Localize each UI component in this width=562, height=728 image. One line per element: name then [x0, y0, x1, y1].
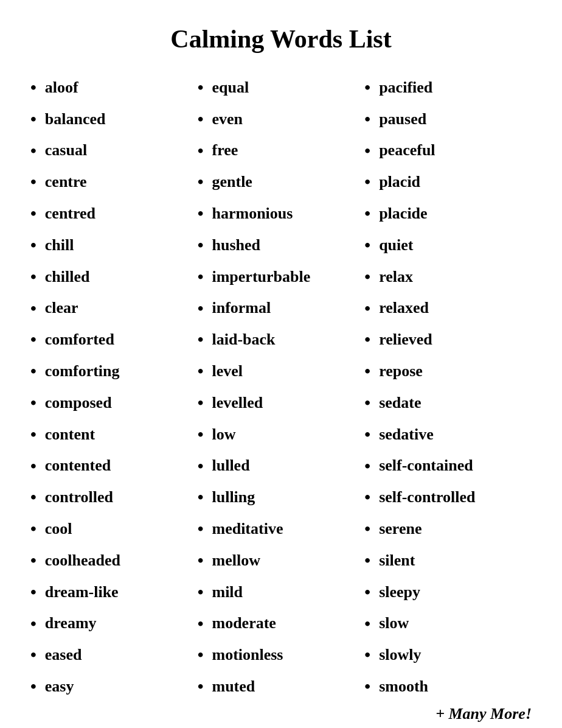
list-item: slowly: [364, 639, 532, 671]
list-item: contented: [30, 450, 198, 482]
list-item: serene: [364, 513, 532, 545]
word-list-col2: equalevenfreegentleharmonioushushedimper…: [198, 72, 365, 702]
column-2: equalevenfreegentleharmonioushushedimper…: [198, 72, 365, 702]
list-item: equal: [198, 72, 365, 103]
list-item: sedate: [364, 387, 532, 419]
list-item: lulled: [198, 450, 365, 482]
list-item: relieved: [364, 324, 532, 355]
list-item: moderate: [198, 608, 365, 640]
list-item: motionless: [198, 639, 365, 671]
list-item: content: [30, 419, 198, 450]
list-item: sedative: [364, 419, 532, 450]
list-item: repose: [364, 355, 532, 387]
list-item: harmonious: [198, 198, 365, 229]
list-item: laid-back: [198, 324, 365, 355]
list-item: hushed: [198, 229, 365, 261]
list-item: mild: [198, 576, 365, 608]
list-item: quiet: [364, 229, 532, 261]
list-item: coolheaded: [30, 545, 198, 576]
list-item: comforting: [30, 355, 198, 387]
list-item: clear: [30, 293, 198, 324]
list-item: composed: [30, 387, 198, 419]
list-item: comforted: [30, 324, 198, 355]
list-item: balanced: [30, 103, 198, 135]
list-item: placide: [364, 198, 532, 229]
columns-wrapper: aloofbalancedcasualcentrecentredchillchi…: [30, 72, 532, 723]
list-item: mellow: [198, 545, 365, 576]
list-item: peaceful: [364, 135, 532, 167]
word-list-col3: pacifiedpausedpeacefulplacidplacidequiet…: [364, 72, 532, 702]
list-item: eased: [30, 639, 198, 671]
list-item: levelled: [198, 387, 365, 419]
more-text: + Many More!: [364, 705, 532, 723]
list-item: centre: [30, 166, 198, 198]
list-item: slow: [364, 608, 532, 640]
list-item: silent: [364, 545, 532, 576]
list-item: relax: [364, 261, 532, 293]
list-item: sleepy: [364, 576, 532, 608]
list-item: controlled: [30, 481, 198, 513]
column-3: pacifiedpausedpeacefulplacidplacidequiet…: [364, 72, 532, 723]
list-item: imperturbable: [198, 261, 365, 293]
list-item: pacified: [364, 72, 532, 103]
list-item: meditative: [198, 513, 365, 545]
list-item: self-controlled: [364, 481, 532, 513]
word-list-col1: aloofbalancedcasualcentrecentredchillchi…: [30, 72, 198, 702]
list-item: dream-like: [30, 576, 198, 608]
list-item: even: [198, 103, 365, 135]
list-item: placid: [364, 166, 532, 198]
list-item: centred: [30, 198, 198, 229]
list-item: chill: [30, 229, 198, 261]
list-item: lulling: [198, 481, 365, 513]
list-item: self-contained: [364, 450, 532, 482]
list-item: dreamy: [30, 608, 198, 640]
list-item: paused: [364, 103, 532, 135]
list-item: low: [198, 419, 365, 450]
list-item: informal: [198, 293, 365, 324]
list-item: free: [198, 135, 365, 167]
list-item: gentle: [198, 166, 365, 198]
column-1: aloofbalancedcasualcentrecentredchillchi…: [30, 72, 198, 702]
page-title: Calming Words List: [170, 24, 391, 54]
list-item: smooth: [364, 671, 532, 702]
list-item: relaxed: [364, 293, 532, 324]
list-item: chilled: [30, 261, 198, 293]
list-item: level: [198, 355, 365, 387]
list-item: casual: [30, 135, 198, 167]
list-item: muted: [198, 671, 365, 702]
list-item: aloof: [30, 72, 198, 103]
list-item: easy: [30, 671, 198, 702]
list-item: cool: [30, 513, 198, 545]
